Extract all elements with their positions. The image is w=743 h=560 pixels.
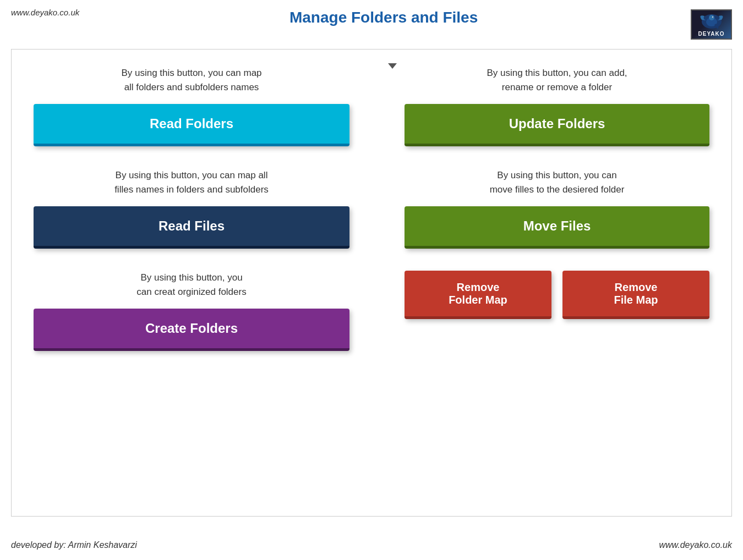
footer: developed by: Armin Keshavarzi www.deyak… xyxy=(11,540,732,550)
svg-point-2 xyxy=(709,15,714,20)
create-folders-description: By using this button, you can creat orgi… xyxy=(34,271,349,299)
logo-text: DEYAKO xyxy=(698,31,725,37)
remove-file-map-line1: Remove xyxy=(568,281,704,294)
footer-site-url: www.deyako.co.uk xyxy=(659,540,732,550)
main-container: By using this button, you can map all fo… xyxy=(11,49,732,517)
remove-folder-map-button[interactable]: Remove Folder Map xyxy=(405,271,551,319)
svg-point-4 xyxy=(712,17,713,17)
remove-section: Remove Folder Map Remove File Map xyxy=(405,271,709,319)
read-files-section: By using this button, you can map all fi… xyxy=(34,168,349,249)
create-folders-section: By using this button, you can creat orgi… xyxy=(34,271,349,351)
update-folders-description: By using this button, you can add, renam… xyxy=(405,66,709,94)
page-title: Manage Folders and Files xyxy=(79,8,688,26)
read-folders-description: By using this button, you can map all fo… xyxy=(34,66,349,94)
update-folders-section: By using this button, you can add, renam… xyxy=(405,66,709,146)
read-files-description: By using this button, you can map all fi… xyxy=(34,168,349,196)
move-files-description: By using this button, you can move fille… xyxy=(405,168,709,196)
header: www.deyako.co.uk Manage Folders and File… xyxy=(0,0,743,46)
move-files-button[interactable]: Move Files xyxy=(405,206,709,249)
divider-line xyxy=(372,50,372,516)
logo-area: DEYAKO xyxy=(688,8,732,41)
remove-buttons-row: Remove Folder Map Remove File Map xyxy=(405,271,709,319)
read-files-button[interactable]: Read Files xyxy=(34,206,349,249)
footer-developer: developed by: Armin Keshavarzi xyxy=(11,540,137,550)
left-column: By using this button, you can map all fo… xyxy=(34,66,372,373)
header-site-url: www.deyako.co.uk xyxy=(11,8,79,17)
update-folders-button[interactable]: Update Folders xyxy=(405,104,709,146)
remove-file-map-button[interactable]: Remove File Map xyxy=(562,271,709,319)
remove-file-map-line2: File Map xyxy=(614,294,658,306)
right-column: By using this button, you can add, renam… xyxy=(372,66,709,373)
logo-inner: DEYAKO xyxy=(692,10,731,39)
read-folders-section: By using this button, you can map all fo… xyxy=(34,66,349,146)
remove-folder-map-line2: Folder Map xyxy=(449,294,507,306)
create-folders-button[interactable]: Create Folders xyxy=(34,309,349,351)
remove-folder-map-line1: Remove xyxy=(410,281,546,294)
logo-box: DEYAKO xyxy=(691,9,732,40)
arrow-down-icon xyxy=(388,63,397,69)
logo-icon xyxy=(698,12,725,31)
move-files-section: By using this button, you can move fille… xyxy=(405,168,709,249)
read-folders-button[interactable]: Read Folders xyxy=(34,104,349,146)
